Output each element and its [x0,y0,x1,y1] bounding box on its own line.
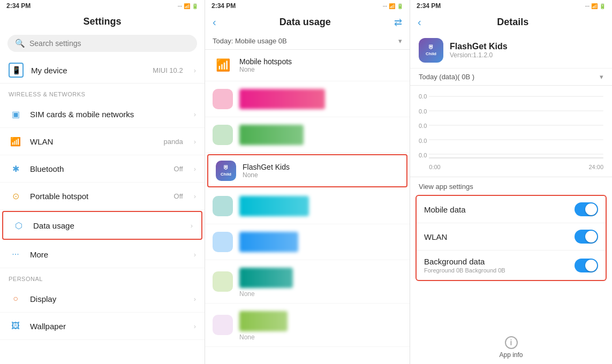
back-button-3[interactable]: ‹ [418,16,421,28]
app-detail-icon: ⛨Child [419,38,443,63]
app-detail-row: ⛨Child FlashGet Kids Version:1.1.2.0 [410,33,612,69]
usage-item-blurred-2[interactable] [205,117,410,153]
usage-item-blurred-1[interactable] [205,81,410,117]
time-2: 2:34 PM [211,2,236,10]
usage-item-flashget[interactable]: ⛨Child FlashGet Kids None [207,154,407,187]
sidebar-item-hotspot[interactable]: ⊙ Portable hotspot Off › [0,183,205,210]
flashget-value: None [243,171,399,179]
filter-icon[interactable]: ⇄ [394,17,402,28]
display-chevron: › [194,295,196,303]
sidebar-item-display[interactable]: ○ Display › [0,285,205,313]
time-1: 2:34 PM [6,2,31,10]
wlan-toggle[interactable] [575,230,598,244]
app-info-label: App info [499,351,523,359]
usage-item-blurred-6[interactable]: None [205,304,410,347]
wlan-toggle-text: WLAN [424,232,575,241]
display-icon: ○ [9,292,22,306]
status-bar-3: 2:34 PM ··· 📶 🔋 [410,0,612,12]
status-bar-1: 2:34 PM ··· 📶 🔋 [0,0,205,12]
sidebar-item-more[interactable]: ··· More › [0,241,205,268]
toggle-bg-data-row: Background data Foreground 0B Background… [417,251,606,280]
back-button-2[interactable]: ‹ [213,16,216,28]
sim-chevron: › [194,110,196,118]
flashget-icon: ⛨Child [216,161,236,181]
hotspot-name: Mobile hotspots [239,57,402,66]
wifi-icon: 📶 [9,134,22,148]
usage-item-hotspot[interactable]: 📶 Mobile hotspots None [205,50,410,81]
toggle-mobile-data-row: Mobile data [417,196,606,223]
time-3: 2:34 PM [417,2,441,10]
usage-item-blurred-5[interactable]: None [205,260,410,304]
my-device-label: My device [31,66,145,75]
blurred-none-5: None [239,290,402,298]
app-icon-symbol: ⛨Child [426,44,436,57]
usage-item-blurred-4[interactable] [205,224,410,260]
blurred-bar-6 [239,311,288,331]
status-icons-1: ··· 📶 🔋 [178,3,198,9]
filter-label: Today: Mobile usage 0B [213,37,287,45]
status-icons-3: ··· 📶 🔋 [585,3,606,9]
hotspot-value: None [239,66,402,73]
flashget-info: FlashGet Kids None [243,163,399,179]
x-label-end: 24:00 [588,164,603,170]
battery-icon-2: 🔋 [397,3,403,9]
toggle-wlan-label: WLAN [424,232,575,241]
sim-label: SIM cards & mobile networks [30,110,183,119]
flashget-name: FlashGet Kids [243,163,399,171]
flashget-icon-text: ⛨Child [221,164,231,177]
bg-data-text: Background data [424,257,575,266]
bg-data-toggle[interactable] [575,259,598,272]
sidebar-item-wlan[interactable]: 📶 WLAN panda › [0,128,205,155]
data-usage-icon: ⬡ [12,218,26,232]
blurred-bar-wrap-2 [239,123,402,147]
blurred-bar-wrap-3 [239,194,402,218]
toggle-wlan-row: WLAN [417,223,606,251]
display-label: Display [30,294,183,304]
y-label-2: 0.0 [419,108,427,115]
signal-dots-1: ··· [178,3,182,9]
hotspot-chevron: › [194,192,196,200]
mobile-data-toggle[interactable] [575,202,598,216]
search-input[interactable] [29,39,190,48]
app-info-bottom[interactable]: i App info [410,331,612,364]
info-circle-icon: i [505,336,518,349]
wlan-value: panda [164,138,183,146]
mobile-data-text: Mobile data [424,205,575,214]
sidebar-item-data-usage[interactable]: ⬡ Data usage › [2,211,202,240]
blurred-bar-3 [239,196,309,216]
sidebar-item-wallpaper[interactable]: 🖼 Wallpaper › [0,313,205,340]
usage-item-blurred-3[interactable] [205,188,410,224]
bg-data-sub: Foreground 0B Background 0B [424,267,575,274]
app-detail-info: FlashGet Kids Version:1.1.2.0 [450,42,508,59]
wallpaper-label: Wallpaper [30,322,183,331]
blurred-icon-4 [213,232,233,252]
data-usage-label: Data usage [33,221,180,230]
blurred-bar-4 [239,232,298,252]
battery-icon-3: 🔋 [599,3,606,9]
search-bar[interactable]: 🔍 [7,35,197,52]
data-usage-filter[interactable]: Today: Mobile usage 0B ▾ [205,33,410,50]
more-chevron: › [194,251,196,259]
blurred-icon-6 [213,315,233,335]
personal-section-header: PERSONAL [0,268,205,285]
view-app-settings-label: View app settings [410,177,612,193]
battery-icon-1: 🔋 [192,3,198,9]
wlan-label: WLAN [30,137,156,146]
my-device-row[interactable]: 📱 My device MIUI 10.2 › [0,57,205,84]
signal-dots-2: ··· [383,3,387,9]
sidebar-item-bluetooth[interactable]: ✱ Bluetooth Off › [0,155,205,183]
my-device-value: MIUI 10.2 [153,66,183,74]
signal-icon-1: 📶 [184,3,190,9]
blurred-icon-3 [213,196,233,216]
wallpaper-chevron: › [194,322,196,330]
data-usage-list: 📶 Mobile hotspots None ⛨Child [205,50,410,364]
y-label-5: 0.0 [419,152,427,158]
sidebar-item-sim-cards[interactable]: ▣ SIM cards & mobile networks › [0,101,205,128]
today-filter[interactable]: Today (data)( 0B ) ▾ [410,69,612,86]
signal-icon-3: 📶 [591,3,598,9]
y-label-1: 0.0 [419,93,427,100]
today-arrow: ▾ [600,73,603,81]
blurred-bar-wrap-4 [239,230,402,254]
bluetooth-chevron: › [194,165,196,173]
wireless-section-header: WIRELESS & NETWORKS [0,84,205,101]
